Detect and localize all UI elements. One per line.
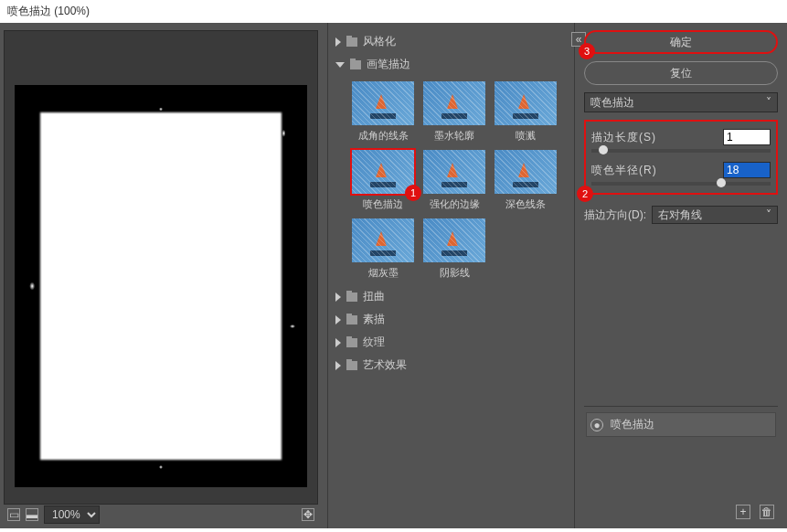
spray-radius-slider[interactable]	[591, 182, 771, 186]
thumb-label: 强化的边缘	[430, 197, 480, 211]
category-brush[interactable]: 画笔描边	[334, 53, 569, 76]
settings-panel: « 确定 3 复位 喷色描边 ˅ 2 描边长度(S) 喷色半径(R) 描边方向(…	[574, 23, 787, 528]
stroke-length-row: 描边长度(S)	[591, 129, 771, 145]
spray-radius-input[interactable]	[723, 162, 771, 178]
layer-name: 喷色描边	[611, 417, 654, 432]
preview-canvas[interactable]	[4, 30, 318, 505]
thumb-label: 喷色描边	[363, 197, 403, 211]
thumb-label: 烟灰墨	[368, 266, 399, 280]
chevron-right-icon	[335, 338, 341, 347]
direction-label: 描边方向(D):	[584, 207, 646, 223]
window-title: 喷色描边 (100%)	[0, 0, 787, 23]
thumb-moshui[interactable]: 墨水轮廓	[421, 80, 487, 143]
reset-label: 复位	[670, 66, 692, 81]
direction-dropdown[interactable]: 右对角线 ˅	[652, 206, 778, 224]
category-label: 纹理	[363, 335, 385, 350]
params-box: 2 描边长度(S) 喷色半径(R)	[584, 120, 778, 195]
hand-icon[interactable]: ✥	[302, 508, 314, 521]
stroke-length-slider[interactable]	[591, 149, 771, 153]
zoom-select[interactable]: 100%	[44, 505, 100, 524]
category-yishu[interactable]: 艺术效果	[334, 354, 569, 377]
thumb-penjian[interactable]: 喷溅	[493, 80, 558, 143]
stroke-length-input[interactable]	[723, 129, 771, 145]
category-sumiao[interactable]: 素描	[334, 308, 569, 331]
folder-icon	[346, 338, 357, 347]
thumb-shense[interactable]: 深色线条	[493, 148, 558, 211]
chevron-down-icon	[335, 62, 345, 68]
filter-gallery: 风格化 画笔描边 成角的线条 墨水轮廓 喷溅 1喷色描边 强化的边缘 深色线条 …	[327, 23, 574, 528]
thumb-yanhuimo[interactable]: 烟灰墨	[350, 217, 416, 280]
annotation-badge-2: 2	[577, 186, 593, 202]
spray-radius-row: 喷色半径(R)	[591, 162, 771, 178]
filter-name-label: 喷色描边	[590, 95, 634, 111]
filter-name-dropdown[interactable]: 喷色描边 ˅	[584, 92, 778, 112]
layer-controls: + 🗑	[586, 501, 776, 523]
folder-icon	[350, 60, 361, 69]
fit-icon[interactable]: ▭	[7, 508, 20, 521]
chevron-right-icon	[335, 361, 341, 370]
annotation-badge-3: 3	[579, 43, 595, 59]
preview-controls: ▭ ▬ 100% ✥	[4, 505, 318, 525]
category-label: 风格化	[363, 34, 396, 49]
thumb-label: 喷溅	[516, 129, 536, 143]
annotation-badge-1: 1	[405, 185, 421, 201]
chevron-down-icon: ˅	[766, 96, 771, 109]
thumb-yinyingxian[interactable]: 阴影线	[421, 217, 487, 280]
preview-pane: ▭ ▬ 100% ✥	[0, 23, 322, 528]
thumb-pense[interactable]: 1喷色描边	[350, 148, 416, 211]
thumb-label: 阴影线	[440, 266, 470, 280]
spray-radius-label: 喷色半径(R)	[591, 163, 657, 178]
folder-icon	[346, 37, 357, 47]
brush-thumbs: 成角的线条 墨水轮廓 喷溅 1喷色描边 强化的边缘 深色线条 烟灰墨 阴影线	[334, 76, 569, 285]
category-wenli[interactable]: 纹理	[334, 331, 569, 354]
category-label: 艺术效果	[363, 357, 407, 373]
folder-icon	[346, 293, 357, 302]
thumb-label: 成角的线条	[358, 129, 409, 143]
folder-icon	[346, 315, 357, 325]
fill-icon[interactable]: ▬	[26, 508, 38, 521]
effect-layers: ● 喷色描边 + 🗑	[584, 406, 778, 525]
chevron-right-icon	[335, 37, 341, 47]
reset-button[interactable]: 复位	[584, 61, 778, 85]
ok-button[interactable]: 确定 3	[584, 30, 778, 54]
direction-row: 描边方向(D): 右对角线 ˅	[584, 206, 778, 224]
category-fengge[interactable]: 风格化	[334, 30, 569, 53]
chevron-down-icon: ˅	[766, 208, 771, 221]
direction-value: 右对角线	[658, 207, 702, 223]
new-layer-icon[interactable]: +	[736, 505, 750, 519]
ok-label: 确定	[670, 35, 692, 50]
thumb-chengjiao[interactable]: 成角的线条	[350, 80, 416, 143]
category-label: 素描	[363, 312, 385, 327]
thumb-label: 深色线条	[505, 197, 546, 211]
folder-icon	[346, 361, 357, 370]
app-frame: ▭ ▬ 100% ✥ 风格化 画笔描边 成角的线条 墨水轮廓 喷溅 1喷色描边 …	[0, 23, 787, 528]
delete-layer-icon[interactable]: 🗑	[760, 505, 774, 519]
layer-row[interactable]: ● 喷色描边	[586, 412, 776, 437]
thumb-qianghua[interactable]: 强化的边缘	[421, 148, 487, 211]
chevron-right-icon	[335, 293, 341, 302]
category-label: 画笔描边	[367, 57, 410, 72]
chevron-right-icon	[335, 315, 341, 325]
eye-icon[interactable]: ●	[590, 419, 603, 431]
thumb-label: 墨水轮廓	[434, 129, 474, 143]
stroke-length-label: 描边长度(S)	[591, 130, 656, 145]
category-niuqu[interactable]: 扭曲	[334, 285, 569, 308]
category-label: 扭曲	[363, 289, 385, 304]
